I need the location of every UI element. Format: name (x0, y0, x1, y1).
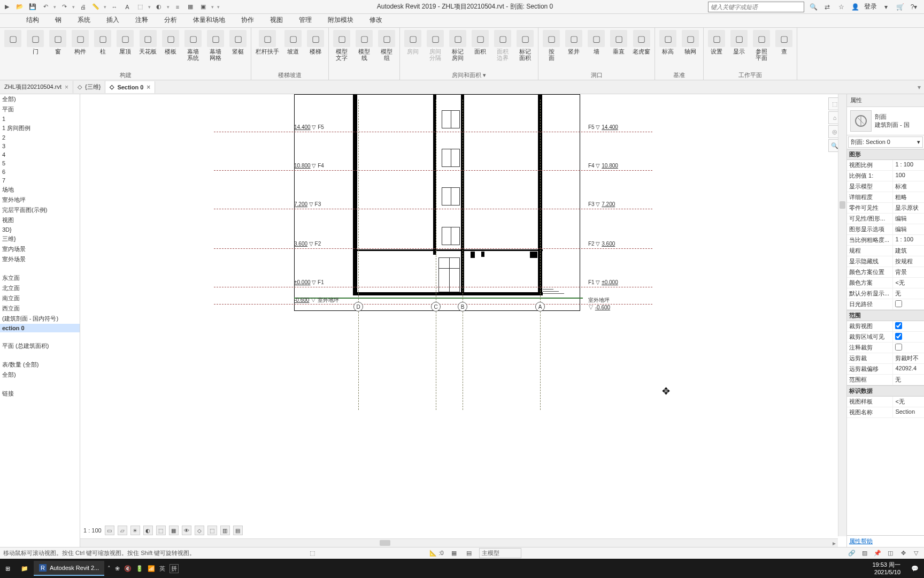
ribbon-button[interactable]: ▢按 面 (541, 29, 562, 71)
3d-icon[interactable]: ⬚ (135, 2, 145, 12)
select-face-icon[interactable]: ◫ (886, 549, 895, 558)
browser-item[interactable] (0, 332, 80, 341)
close-icon[interactable]: × (65, 83, 68, 91)
browser-item[interactable]: 室外地坪 (0, 195, 80, 205)
ribbon-button[interactable]: ▢轴网 (680, 29, 701, 71)
select-underlay-icon[interactable]: ▨ (860, 549, 869, 558)
save-icon[interactable]: 💾 (28, 2, 37, 12)
props-row[interactable]: 详细程度粗略 (847, 192, 924, 203)
crop-icon[interactable]: ⬚ (156, 526, 166, 535)
props-row[interactable]: 可见性/图形...编辑 (847, 214, 924, 224)
document-tab[interactable]: ZHL项目20210504.rvt× (0, 81, 73, 93)
analytical-icon[interactable]: ▥ (220, 526, 230, 535)
props-value[interactable]: 编辑 (893, 214, 924, 224)
ribbon-button[interactable]: ▢参照 平面 (751, 29, 772, 71)
props-value[interactable]: 剪裁时不 (893, 353, 924, 363)
props-row[interactable]: 注释裁剪 (847, 343, 924, 353)
browser-item[interactable]: 全部) (0, 94, 80, 104)
props-row[interactable]: 颜色方案<无 (847, 278, 924, 288)
status-icon[interactable]: ⬚ (307, 549, 317, 558)
props-value[interactable]: 建筑 (893, 246, 924, 256)
tray-chevron-icon[interactable]: ˄ (107, 565, 111, 572)
props-value[interactable]: 42092.4 (893, 364, 924, 374)
redo-icon[interactable]: ↷ (59, 2, 69, 12)
thin-lines-icon[interactable]: ≡ (173, 2, 182, 12)
props-value[interactable]: 1 : 100 (893, 235, 924, 245)
switch-window-icon[interactable]: ▣ (198, 2, 208, 12)
browser-item[interactable]: 三维} (0, 234, 80, 244)
undo-icon[interactable]: ↶ (41, 2, 50, 12)
system-tray[interactable]: ˄ ❀ 🔇 🔋 📶 英 拼 (104, 564, 182, 573)
ribbon-button[interactable]: ▢窗 (47, 29, 68, 71)
search-input[interactable] (708, 2, 804, 12)
revit-task-button[interactable]: R Autodesk Revit 2... (34, 561, 104, 576)
props-row[interactable]: 图形显示选项编辑 (847, 224, 924, 235)
tray-battery-icon[interactable]: 🔋 (136, 565, 143, 572)
design-options-icon[interactable]: ▤ (464, 549, 474, 558)
reveal-icon[interactable]: ⬚ (207, 526, 217, 535)
ribbon-button[interactable]: ▢幕墙 网格 (205, 29, 226, 71)
props-row[interactable]: 日光路径 (847, 299, 924, 310)
browser-item[interactable]: 室内场景 (0, 244, 80, 254)
props-row[interactable]: 裁剪视图 (847, 321, 924, 332)
notification-icon[interactable]: 💬 (906, 562, 924, 575)
props-value[interactable]: Section (893, 407, 924, 417)
ribbon-tab[interactable]: 修改 (361, 13, 390, 27)
section-icon[interactable]: ◐ (154, 2, 164, 12)
ribbon-tab[interactable]: 结构 (18, 13, 47, 27)
browser-item[interactable]: 平面 (总建筑面积) (0, 341, 80, 351)
ribbon-button[interactable]: ▢楼梯 (305, 29, 326, 71)
browser-item[interactable]: 4 (0, 150, 80, 159)
ribbon-tab[interactable]: 管理 (291, 13, 320, 27)
props-value[interactable]: 1 : 100 (893, 160, 924, 170)
scale-label[interactable]: 1 : 100 (83, 527, 102, 534)
tabs-options-icon[interactable]: ▾ (918, 83, 924, 91)
browser-item[interactable]: 3D} (0, 225, 80, 234)
start-button[interactable]: ⊞ (0, 562, 16, 575)
ribbon-tab[interactable]: 视图 (262, 13, 291, 27)
browser-item[interactable]: 视图 (0, 215, 80, 225)
help-icon[interactable]: ?▾ (909, 2, 919, 12)
file-explorer-icon[interactable]: 📁 (16, 562, 34, 575)
props-value[interactable] (893, 321, 924, 331)
ribbon-button[interactable]: ▢屋顶 (114, 29, 136, 71)
ribbon-button[interactable]: ▢构件 (70, 29, 91, 71)
browser-item[interactable]: (建筑剖面 - 国内符号) (0, 314, 80, 324)
props-row[interactable]: 显示隐藏线按规程 (847, 256, 924, 267)
props-value[interactable]: 无 (893, 288, 924, 299)
browser-item[interactable]: 1 房间图例 (0, 123, 80, 133)
props-value[interactable]: 编辑 (893, 224, 924, 234)
document-tab[interactable]: ◇{三维} (73, 81, 105, 93)
browser-item[interactable]: ection 0 (0, 324, 80, 332)
user-icon[interactable]: 👤 (850, 2, 860, 12)
text-icon[interactable]: A (122, 2, 132, 12)
browser-item[interactable]: 东立面 (0, 273, 80, 283)
browser-item[interactable]: 场地 (0, 185, 80, 195)
props-value[interactable]: 标准 (893, 181, 924, 192)
visual-style-icon[interactable]: ▱ (118, 526, 127, 535)
props-row[interactable]: 颜色方案位置背景 (847, 267, 924, 278)
app-menu-icon[interactable]: ▶ (2, 2, 12, 12)
type-selector[interactable]: 剖面 建筑剖面 - 国 (847, 107, 924, 135)
dimension-icon[interactable]: ↔ (110, 2, 119, 12)
ribbon-button[interactable]: ▢栏杆扶手 (253, 29, 281, 71)
ime-mode-label[interactable]: 拼 (170, 564, 179, 573)
browser-item[interactable]: 3 (0, 142, 80, 150)
props-value[interactable]: <无 (893, 278, 924, 288)
ribbon-button[interactable]: ▢柱 (92, 29, 113, 71)
browser-item[interactable]: 表/数量 (全部) (0, 360, 80, 370)
select-pinned-icon[interactable]: 📌 (873, 549, 882, 558)
props-row[interactable]: 远剪裁剪裁时不 (847, 353, 924, 364)
ribbon-tab[interactable]: 注释 (127, 13, 156, 27)
ribbon-button[interactable]: ▢竖井 (563, 29, 584, 71)
dropdown-icon[interactable]: ▾ (881, 2, 891, 12)
props-value[interactable]: 背景 (893, 267, 924, 277)
browser-item[interactable]: 7 (0, 176, 80, 185)
ribbon-button[interactable]: ▢查 (773, 29, 795, 71)
props-row[interactable]: 默认分析显示...无 (847, 288, 924, 299)
props-row[interactable]: 范围框无 (847, 375, 924, 385)
ribbon-button[interactable]: ▢标记 房间 (447, 29, 468, 71)
ribbon-button[interactable]: ▢楼板 (160, 29, 181, 71)
unhide-icon[interactable]: 👁 (182, 526, 191, 535)
props-value[interactable] (893, 343, 924, 353)
